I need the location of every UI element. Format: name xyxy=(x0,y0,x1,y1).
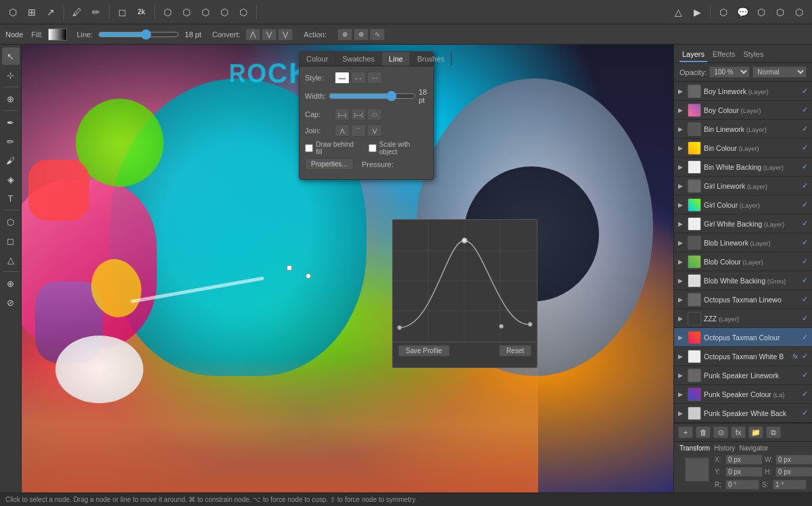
join-bevel[interactable]: ⋁ xyxy=(367,124,382,137)
layer-item[interactable]: ▶ ZZZ (Layer) ✓ xyxy=(674,309,812,328)
layer-item[interactable]: ▶ Punk Speaker White Back ✓ xyxy=(674,404,812,423)
canvas-area[interactable]: ROCK Colour Swatches Line Brushes S xyxy=(22,45,673,492)
layer-item[interactable]: ▶ Girl White Backing (Layer) ✓ xyxy=(674,214,812,233)
play-icon[interactable]: ▶ xyxy=(690,5,704,20)
h-input[interactable] xyxy=(775,467,812,477)
speech-icon[interactable]: 💬 xyxy=(735,5,750,20)
scale-with-obj-cb[interactable] xyxy=(368,144,377,152)
line-width-slider[interactable] xyxy=(98,30,179,39)
layer-item[interactable]: ▶ Girl Linework (Layer) ✓ xyxy=(674,177,812,196)
reset-button[interactable]: Reset xyxy=(499,345,531,356)
layer-item[interactable]: ▶ Boy Linework (Layer) ✓ xyxy=(674,82,812,101)
group-layer-btn[interactable]: 📁 xyxy=(748,426,763,438)
layer-expand: ▶ xyxy=(678,107,685,114)
navigator-tab[interactable]: Navigator xyxy=(739,444,768,452)
tab-styles[interactable]: Styles xyxy=(740,49,766,62)
tool-cursor[interactable]: ↖ xyxy=(2,47,20,65)
add-layer-btn[interactable]: + xyxy=(678,426,693,438)
action-btn-3[interactable]: ∿ xyxy=(370,28,385,41)
boolean-icon[interactable]: ⬡ xyxy=(236,5,251,20)
draw-behind-fill-cb[interactable] xyxy=(305,144,313,152)
layer-item[interactable]: ▶ Blob Linework (Layer) ✓ xyxy=(674,233,812,252)
fx-layer-btn[interactable]: fx xyxy=(731,426,746,438)
mask-layer-btn[interactable]: ⊙ xyxy=(713,426,728,438)
import-icon[interactable]: ⬡ xyxy=(160,5,175,20)
tool-shapes[interactable]: ⬡ xyxy=(2,213,20,231)
tool-pen[interactable]: ✒ xyxy=(2,114,20,131)
r-input[interactable] xyxy=(725,480,759,490)
y-input[interactable] xyxy=(725,467,763,477)
properties-button[interactable]: Properties... xyxy=(305,158,354,170)
layer-item[interactable]: ▶ Octopus Taxman White B fx ✓ xyxy=(674,347,812,366)
width-slider[interactable] xyxy=(329,92,416,100)
style-dash[interactable]: - - xyxy=(351,72,366,84)
layer-item[interactable]: ▶ Octopus Taxman Colour ✓ xyxy=(674,328,812,347)
cap-round[interactable]: )—( xyxy=(351,108,366,120)
2k-icon[interactable]: 2k xyxy=(134,5,149,20)
tool-crop[interactable]: ⊕ xyxy=(2,90,20,108)
layer-item[interactable]: ▶ Blob Colour (Layer) ✓ xyxy=(674,252,812,271)
tools-icon[interactable]: 🖊 xyxy=(70,5,85,20)
layer-item[interactable]: ▶ Girl Colour (Layer) ✓ xyxy=(674,196,812,214)
tab-line[interactable]: Line xyxy=(382,52,410,66)
tab-colour[interactable]: Colour xyxy=(300,52,335,66)
layer-item[interactable]: ▶ Boy Colour (Layer) ✓ xyxy=(674,101,812,120)
tool-rect[interactable]: ◻ xyxy=(2,232,20,250)
layer-item[interactable]: ▶ Bin Colour (Layer) ✓ xyxy=(674,139,812,158)
arrange-icon[interactable]: ⬡ xyxy=(217,5,232,20)
convert-btn-2[interactable]: ⋁ xyxy=(262,28,277,41)
settings-icon[interactable]: ⬡ xyxy=(792,5,807,20)
transform-tab[interactable]: Transform xyxy=(679,444,710,452)
cap-flat[interactable]: |—| xyxy=(335,108,350,120)
fill-box[interactable] xyxy=(48,28,67,41)
layers-icon[interactable]: ⬡ xyxy=(754,5,769,20)
tool-pencil[interactable]: ✏ xyxy=(2,133,20,150)
duplicate-layer-btn[interactable]: ⧉ xyxy=(766,426,781,438)
save-profile-button[interactable]: Save Profile xyxy=(398,345,450,356)
layer-item[interactable]: ▶ Octopus Taxman Linewo ✓ xyxy=(674,290,812,309)
history-tab[interactable]: History xyxy=(714,444,735,452)
triangle-icon[interactable]: △ xyxy=(671,5,686,20)
tab-effects[interactable]: Effects xyxy=(710,49,738,62)
tab-layers[interactable]: Layers xyxy=(679,49,707,62)
pressure-curve-svg[interactable] xyxy=(393,220,537,342)
grid-icon[interactable]: ⊞ xyxy=(24,5,39,20)
record-icon[interactable]: ⬡ xyxy=(716,5,731,20)
convert-btn-1[interactable]: ⋀ xyxy=(245,28,260,41)
tool-triangle[interactable]: △ xyxy=(2,251,20,269)
w-input[interactable] xyxy=(775,455,812,465)
layer-item[interactable]: ▶ Blob White Backing (Grou) ✓ xyxy=(674,271,812,290)
tool-fill[interactable]: ◈ xyxy=(2,170,20,188)
delete-layer-btn[interactable]: 🗑 xyxy=(696,426,711,438)
paint-icon[interactable]: ✏ xyxy=(89,5,103,20)
pixel-icon[interactable]: ◻ xyxy=(115,5,130,20)
layer-item[interactable]: ▶ Bin Linework (Layer) ✓ xyxy=(674,120,812,139)
join-miter[interactable]: ⋀ xyxy=(335,124,350,137)
tab-swatches[interactable]: Swatches xyxy=(335,52,382,66)
export-icon[interactable]: ⬡ xyxy=(179,5,194,20)
tool-node[interactable]: ⊹ xyxy=(2,66,20,84)
app-menu-icon[interactable]: ⬡ xyxy=(5,5,20,20)
tool-text[interactable]: T xyxy=(2,189,20,207)
x-input[interactable] xyxy=(725,455,763,465)
tool-zoom[interactable]: ⊕ xyxy=(2,275,20,292)
join-round[interactable]: ⌒ xyxy=(351,124,366,137)
style-solid[interactable]: — xyxy=(335,72,350,84)
style-dot[interactable]: ··· xyxy=(367,72,382,84)
tool-eyedropper[interactable]: ⊘ xyxy=(2,294,20,311)
share-icon[interactable]: ↗ xyxy=(43,5,58,20)
tab-brushes[interactable]: Brushes xyxy=(410,52,452,66)
opacity-select[interactable]: 100 % xyxy=(709,66,750,78)
layer-item[interactable]: ▶ Bin White Backing (Layer) ✓ xyxy=(674,158,812,177)
transform-icon[interactable]: ⬡ xyxy=(198,5,213,20)
cap-square[interactable]: □ xyxy=(367,108,382,120)
layer-item[interactable]: ▶ Punk Speaker Linework ✓ xyxy=(674,366,812,385)
s-input[interactable] xyxy=(773,480,807,490)
blend-mode-select[interactable]: Normal xyxy=(753,66,807,78)
layer-item[interactable]: ▶ Punk Speaker Colour (La) ✓ xyxy=(674,385,812,404)
action-btn-1[interactable]: ⊕ xyxy=(337,28,352,41)
tool-brush[interactable]: 🖌 xyxy=(2,152,20,169)
action-btn-2[interactable]: ⊕ xyxy=(354,28,368,41)
user-icon[interactable]: ⬡ xyxy=(773,5,788,20)
convert-btn-3[interactable]: ⋁ xyxy=(278,28,293,41)
